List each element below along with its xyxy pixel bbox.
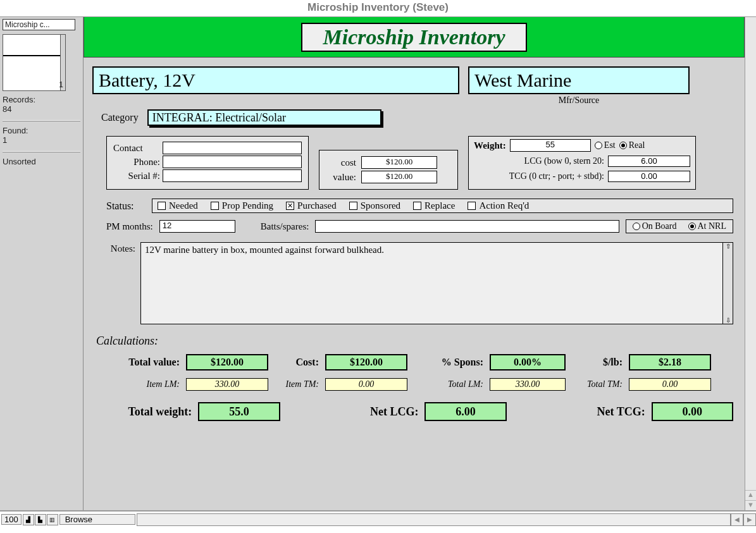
scroll-up-icon[interactable]: ⇧ — [726, 243, 731, 250]
spons-field: 0.00% — [490, 354, 566, 371]
found-label: Found: — [3, 126, 80, 135]
window-title: Microship Inventory (Steve) — [0, 0, 756, 16]
notes-label: Notes: — [99, 242, 135, 324]
status-replace-checkbox[interactable]: Replace — [413, 200, 455, 211]
perlb-label: $/lb: — [572, 357, 623, 368]
next-record-icon[interactable]: ▶ — [743, 513, 756, 526]
records-label: Records: — [3, 95, 80, 104]
notes-field[interactable]: 12V marine battery in box, mounted again… — [140, 242, 733, 324]
category-field[interactable]: INTEGRAL: Electrical/Solar — [147, 109, 381, 126]
weight-real-radio[interactable]: Real — [619, 140, 645, 150]
checkbox-icon: ✕ — [286, 202, 294, 210]
weight-field[interactable]: 55 — [510, 139, 591, 152]
calc-cost-label: Cost: — [275, 357, 319, 368]
manufacturer-field[interactable]: West Marine — [468, 66, 690, 94]
prev-record-icon[interactable]: ◀ — [731, 513, 743, 526]
atnrl-radio[interactable]: At NRL — [688, 221, 727, 231]
lcg-field[interactable]: 6.00 — [608, 156, 690, 167]
batts-label: Batts/spares: — [261, 221, 309, 232]
weight-label: Weight: — [474, 140, 506, 151]
serial-label: Serial #: — [113, 171, 163, 181]
value-label: value: — [326, 172, 361, 183]
cost-field[interactable]: $120.00 — [361, 156, 437, 169]
lcg-label: LCG (bow 0, stern 20: — [474, 156, 608, 166]
item-tm-field: 0.00 — [325, 378, 407, 391]
net-lcg-field: 6.00 — [424, 402, 506, 421]
cost-label: cost — [326, 157, 361, 168]
scroll-down-icon[interactable]: ⇩ — [726, 317, 731, 324]
item-name-field[interactable]: Battery, 12V — [92, 66, 459, 94]
header-banner: Microship Inventory — [84, 17, 745, 58]
weight-real-label: Real — [629, 140, 645, 150]
layout-icon[interactable]: ▥ — [47, 514, 58, 525]
footer-spacer — [137, 513, 731, 526]
spons-label: % Spons: — [414, 357, 483, 368]
records-count: 84 — [3, 104, 80, 114]
contact-panel: Contact Phone: Serial #: — [106, 136, 309, 190]
total-tm-field: 0.00 — [629, 378, 711, 391]
serial-field[interactable] — [163, 169, 302, 182]
status-purchased-checkbox[interactable]: ✕Purchased — [286, 200, 337, 211]
status-needed-checkbox[interactable]: Needed — [158, 200, 198, 211]
status-group: NeededProp Pending✕PurchasedSponsoredRep… — [152, 199, 733, 213]
net-tcg-field: 0.00 — [652, 402, 733, 421]
checkbox-icon — [349, 202, 357, 210]
category-label: Category — [101, 112, 139, 123]
record-navigator[interactable]: 1 — [3, 34, 66, 91]
phone-label: Phone: — [113, 157, 163, 168]
cost-panel: cost $120.00 value: $120.00 — [319, 150, 458, 190]
scroll-up-icon[interactable]: ▲ — [745, 490, 756, 500]
tcg-field[interactable]: 0.00 — [608, 171, 690, 182]
value-field[interactable]: $120.00 — [361, 171, 437, 183]
calc-cost-field: $120.00 — [325, 354, 407, 371]
perlb-field: $2.18 — [629, 354, 711, 371]
checkbox-icon — [211, 202, 219, 210]
batts-field[interactable] — [315, 220, 619, 233]
checkbox-icon — [468, 202, 476, 210]
zoom-icon-2[interactable]: ▙ — [35, 514, 46, 525]
zoom-icon[interactable]: ▟ — [23, 514, 34, 525]
total-weight-label: Total weight: — [104, 405, 192, 419]
vertical-scrollbar[interactable]: ▲ ▼ — [745, 17, 756, 510]
record-index: 1 — [59, 80, 63, 89]
onboard-radio[interactable]: On Board — [633, 221, 677, 231]
total-lm-field: 330.00 — [490, 378, 566, 391]
weight-panel: Weight: 55 Est Real LCG (bow 0, stern 20… — [468, 136, 696, 190]
item-tm-label: Item TM: — [275, 379, 319, 389]
status-action-req-d-checkbox[interactable]: Action Req'd — [468, 200, 529, 211]
phone-field[interactable] — [163, 156, 302, 168]
net-lcg-label: Net LCG: — [287, 405, 419, 419]
item-lm-label: Item LM: — [104, 379, 180, 389]
notes-scrollbar[interactable]: ⇧ ⇩ — [722, 243, 733, 324]
pm-months-label: PM months: — [106, 221, 153, 232]
notes-text: 12V marine battery in box, mounted again… — [145, 245, 384, 255]
status-footer: 100 ▟ ▙ ▥ Browse ◀ ▶ — [0, 511, 756, 527]
item-lm-field: 330.00 — [186, 378, 268, 391]
weight-est-radio[interactable]: Est — [595, 140, 616, 150]
layout-selector[interactable]: Microship c... — [3, 19, 75, 30]
checkbox-icon — [413, 202, 421, 210]
contact-field[interactable] — [163, 142, 302, 154]
mode-indicator[interactable]: Browse — [59, 514, 135, 525]
atnrl-label: At NRL — [698, 221, 727, 231]
status-sponsored-checkbox[interactable]: Sponsored — [349, 200, 400, 211]
status-option-label: Action Req'd — [479, 200, 529, 211]
net-tcg-label: Net TCG: — [513, 405, 645, 419]
status-label: Status: — [106, 200, 146, 212]
status-option-label: Purchased — [297, 200, 337, 211]
weight-est-label: Est — [604, 140, 616, 150]
found-count: 1 — [3, 135, 80, 145]
status-prop-pending-checkbox[interactable]: Prop Pending — [211, 200, 273, 211]
onboard-label: On Board — [642, 221, 677, 231]
calculations-heading: Calculations: — [96, 334, 733, 348]
contact-label: Contact — [113, 143, 163, 154]
total-tm-label: Total TM: — [572, 379, 623, 389]
tcg-label: TCG (0 ctr; - port; + stbd): — [474, 171, 608, 181]
total-value-field: $120.00 — [186, 354, 268, 371]
status-option-label: Prop Pending — [222, 200, 273, 211]
scroll-down-icon[interactable]: ▼ — [745, 500, 756, 510]
status-sidebar: Microship c... 1 Records: 84 Found: 1 Un… — [0, 17, 84, 510]
header-title: Microship Inventory — [301, 23, 526, 52]
zoom-level[interactable]: 100 — [1, 514, 22, 525]
pm-months-field[interactable]: 12 — [159, 220, 235, 233]
